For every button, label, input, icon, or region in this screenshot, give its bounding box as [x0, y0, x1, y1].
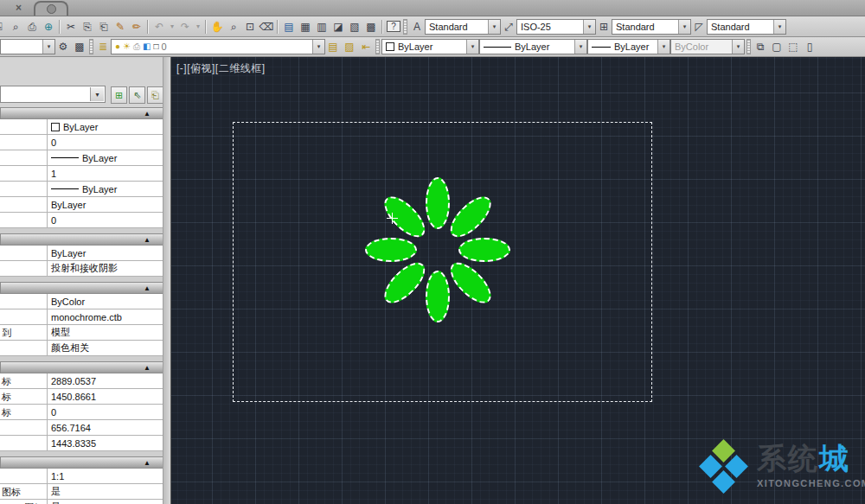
section-header[interactable]: ▲ [0, 107, 163, 119]
linetype-combo[interactable]: ByLayer ▾ [479, 39, 587, 54]
tool-palettes-icon[interactable]: ▥ [314, 19, 330, 35]
layer-isolate-icon[interactable]: ▨ [342, 39, 357, 54]
chevron-down-icon[interactable]: ▾ [42, 40, 54, 54]
plot-style-combo[interactable]: ByColor ▾ [670, 39, 745, 54]
toolbar-drag-handle[interactable] [403, 19, 407, 35]
publish-icon[interactable]: ⊕ [41, 19, 56, 35]
workspace-save-icon[interactable]: ▩ [72, 39, 87, 54]
undo-dropdown-icon[interactable]: ▾ [168, 19, 176, 35]
property-row: 到 模型 [0, 325, 163, 341]
lineweight-combo[interactable]: ByLayer ▾ [587, 39, 670, 54]
match-properties-icon[interactable]: ✎ [112, 19, 128, 35]
layer-on-icon[interactable]: ● [115, 42, 120, 51]
section-header[interactable]: ▲ [0, 233, 163, 246]
layout-icon[interactable]: ⧉ [753, 39, 768, 54]
sheet-set-manager-icon[interactable]: ◪ [330, 19, 346, 35]
layer-plot-icon[interactable]: ⎙ [133, 42, 140, 51]
text-style-combo[interactable]: Standard ▾ [425, 19, 501, 35]
section-header[interactable]: ▲ [0, 456, 163, 469]
layer-freeze-icon[interactable]: ☀ [123, 42, 131, 51]
zoom-realtime-icon[interactable]: ⌕ [226, 19, 241, 35]
workspace-combo[interactable]: ▾ [0, 39, 55, 54]
property-row: 颜色相关 [0, 341, 163, 356]
zoom-window-icon[interactable]: ⊡ [242, 19, 258, 35]
designcenter-icon[interactable]: ▦ [298, 19, 313, 35]
cut-icon[interactable]: ✂ [63, 19, 79, 35]
section-header[interactable]: ▲ [0, 282, 163, 294]
layer-color-icon[interactable]: □ [153, 42, 158, 51]
quickcalc-icon[interactable]: ▩ [363, 19, 379, 35]
paste-icon[interactable]: ⎗ [96, 19, 112, 35]
linetype-sample-icon [484, 47, 511, 48]
zoom-previous-icon[interactable]: ⌫ [259, 19, 274, 35]
collapse-icon[interactable]: ▲ [144, 235, 151, 245]
toggle-pickadd-button[interactable]: ⊞ [111, 86, 127, 104]
mleader-style-icon[interactable]: ◸ [691, 19, 707, 35]
properties-palette-icon[interactable]: ▤ [281, 19, 297, 35]
toolbar-drag-handle[interactable] [375, 39, 380, 54]
select-objects-button[interactable]: ⇖ [129, 86, 145, 104]
chevron-down-icon[interactable]: ▾ [574, 40, 586, 54]
dim-style-combo[interactable]: ISO-25 ▾ [516, 19, 596, 35]
chevron-down-icon[interactable]: ▾ [488, 20, 500, 34]
dim-style-value: ISO-25 [521, 22, 551, 32]
selection-combo[interactable]: ▾ [0, 86, 106, 103]
redo-icon[interactable]: ↷ [177, 19, 193, 35]
browser-tab[interactable] [34, 1, 68, 16]
dim-style-icon[interactable]: ⤢ [501, 19, 516, 35]
property-row: 标 1450.8661 [0, 389, 163, 405]
viewport-controls[interactable]: [-][俯视][二维线框] [176, 61, 266, 76]
mleader-style-combo[interactable]: Standard ▾ [707, 19, 786, 35]
table-style-combo[interactable]: Standard ▾ [612, 19, 691, 35]
palette-scrollbar[interactable] [163, 57, 170, 504]
drawing-canvas[interactable]: [-][俯视][二维线框] [170, 57, 865, 504]
collapse-icon[interactable]: ▲ [144, 109, 151, 118]
chevron-down-icon[interactable]: ▾ [732, 40, 744, 54]
clipped-icon[interactable]: ▯ [802, 39, 817, 54]
xref-display-icon[interactable]: ⬚ [785, 39, 801, 54]
layer-combo[interactable]: ●☀⎙◧□ 0 ▾ [111, 39, 325, 54]
layer-states-icon[interactable]: ▤ [325, 39, 341, 54]
chevron-down-icon[interactable]: ▾ [466, 40, 478, 54]
collapse-icon[interactable]: ▲ [144, 284, 151, 293]
help-icon[interactable]: ? [386, 19, 401, 35]
chevron-down-icon[interactable]: ▾ [678, 20, 690, 34]
layer-state-icons: ●☀⎙◧□ [115, 42, 162, 51]
chevron-down-icon[interactable]: ▾ [657, 40, 670, 54]
chevron-down-icon[interactable]: ▾ [773, 20, 785, 34]
ellipse-petal[interactable] [426, 177, 450, 229]
chevron-down-icon[interactable]: ▾ [312, 40, 324, 54]
table-style-icon[interactable]: ⊞ [596, 19, 612, 35]
workspace-settings-icon[interactable]: ⚙ [55, 39, 71, 54]
quick-select-button[interactable]: ⎗ [147, 86, 163, 104]
layers-properties-toolbar: ▾ ⚙▩ ≣ ●☀⎙◧□ 0 ▾ ▤▨⇤ ByLayer ▾ ByLayer ▾ [0, 37, 865, 57]
toolbar-drag-handle[interactable] [746, 39, 751, 54]
layer-lock-icon[interactable]: ◧ [143, 42, 151, 51]
collapse-icon[interactable]: ▲ [144, 458, 151, 468]
chevron-down-icon[interactable]: ▾ [583, 20, 595, 34]
right-toolbar-icons: ⧉▢⬚▯ [753, 39, 817, 54]
props-section-3d: ▲ ByLayer 投射和接收阴影 [0, 233, 163, 277]
ellipse-petal[interactable] [365, 238, 417, 262]
redo-dropdown-icon[interactable]: ▾ [194, 19, 202, 35]
copy-icon[interactable]: ⎘ [80, 19, 95, 35]
ellipse-petal[interactable] [458, 238, 510, 262]
plot-preview-icon[interactable]: ⌕ [8, 19, 23, 35]
lineweight-display-icon[interactable]: ▢ [769, 39, 785, 54]
layer-previous-icon[interactable]: ⇤ [358, 39, 374, 54]
chevron-down-icon[interactable]: ▾ [90, 87, 104, 101]
layer-properties-manager-icon[interactable]: ≣ [95, 39, 111, 54]
close-tab-icon[interactable]: × [16, 3, 22, 13]
ellipse-petal[interactable] [426, 271, 450, 322]
text-style-icon[interactable]: A [409, 19, 425, 35]
collapse-icon[interactable]: ▲ [144, 363, 151, 373]
plot-icon[interactable]: ⎙ [24, 19, 40, 35]
section-header[interactable]: ▲ [0, 361, 163, 373]
pan-icon[interactable]: ✋ [209, 19, 225, 35]
object-color-combo[interactable]: ByLayer ▾ [381, 39, 479, 54]
markup-set-manager-icon[interactable]: ▧ [347, 19, 362, 35]
block-editor-icon[interactable]: ✏ [129, 19, 144, 35]
open-icon[interactable]: ⌸ [0, 19, 7, 35]
toolbar-drag-handle[interactable] [89, 39, 93, 54]
undo-icon[interactable]: ↶ [151, 19, 167, 35]
